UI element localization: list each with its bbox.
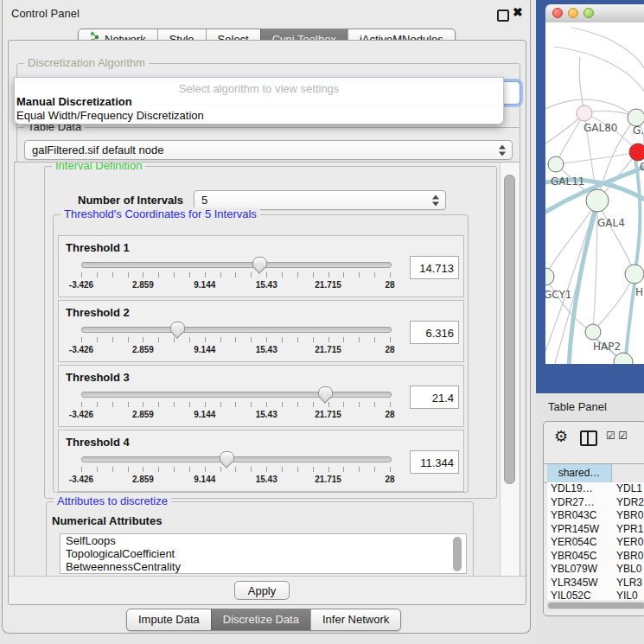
dropdown-option-equal-width[interactable]: Equal Width/Frequency Discretization <box>16 109 204 122</box>
number-of-intervals-label: Number of Intervals <box>78 194 183 207</box>
tab-impute-data[interactable]: Impute Data <box>127 609 211 630</box>
tab-infer-network[interactable]: Infer Network <box>310 609 400 630</box>
close-icon[interactable]: ✖ <box>513 5 523 19</box>
network-node-label: HAP2 <box>593 341 621 353</box>
column-header-name[interactable]: n <box>613 464 644 482</box>
tick-label: -3.426 <box>60 410 103 419</box>
table-row[interactable]: YBR045CYBR0 <box>547 550 644 564</box>
cell-shared-name[interactable]: YBR045C <box>547 550 616 564</box>
dropdown-option-manual[interactable]: Manual Discretization <box>16 95 132 108</box>
tick-label: 2.859 <box>121 475 164 484</box>
list-scrollbar-thumb[interactable] <box>453 537 462 571</box>
tab-discretize-data[interactable]: Discretize Data <box>211 609 310 630</box>
dropdown-prompt: Select algorithm to view settings <box>15 82 503 95</box>
cell-name[interactable]: YBL0 <box>616 563 641 577</box>
cell-name[interactable]: YBR0 <box>616 550 643 564</box>
cell-shared-name[interactable]: YBR043C <box>547 509 616 523</box>
table-row[interactable]: YPR145WYPR1 <box>547 523 644 537</box>
close-traffic-light-icon[interactable] <box>552 8 563 18</box>
slider-track[interactable] <box>81 327 392 333</box>
thresholds-group-title: Threshold's Coordinates for 5 Intervals <box>61 207 260 220</box>
table-row[interactable]: YER054CYER0 <box>547 536 644 550</box>
slider-track[interactable] <box>81 392 392 398</box>
network-view-frame[interactable]: GAL80G.CGAL11GAL4GCY1HHAP2 <box>536 0 644 393</box>
table-row[interactable]: YLR345WYLR3 <box>547 577 644 590</box>
network-node[interactable] <box>628 109 644 126</box>
threshold-value-box[interactable]: 6.316 <box>410 321 459 344</box>
network-node[interactable] <box>545 268 554 285</box>
network-node[interactable] <box>614 353 633 364</box>
cell-shared-name[interactable]: YIL052C <box>547 590 616 600</box>
attribute-list-item[interactable]: SelfLoops <box>61 534 466 547</box>
checkbox-checked-icon[interactable]: ☑ <box>606 430 615 442</box>
table-row[interactable]: YBL079WYBL0 <box>547 563 644 577</box>
network-node[interactable] <box>629 143 644 161</box>
slider-ticks <box>81 272 391 277</box>
cell-shared-name[interactable]: YER054C <box>547 536 616 550</box>
apply-button[interactable]: Apply <box>234 581 290 600</box>
threshold-row: Threshold 1 -3.4262.8599.14415.4321.7152… <box>58 235 464 297</box>
cell-shared-name[interactable]: YDR27… <box>547 496 616 510</box>
cell-name[interactable]: YDL1 <box>616 482 642 496</box>
threshold-label: Threshold 2 <box>66 306 130 319</box>
table-hscrollbar-thumb[interactable] <box>548 603 644 609</box>
table-row[interactable]: YIL052CYIL0 <box>547 590 644 600</box>
cell-name[interactable]: YER0 <box>616 536 643 550</box>
threshold-label: Threshold 3 <box>66 371 130 384</box>
zoom-traffic-light-icon[interactable] <box>583 8 594 18</box>
attribute-list-item[interactable]: TopologicalCoefficient <box>61 547 466 560</box>
table-data-combobox[interactable]: galFiltered.sif default node <box>24 140 513 160</box>
numerical-attributes-list[interactable]: SelfLoopsTopologicalCoefficientBetweenne… <box>60 533 467 574</box>
table-row[interactable]: YDR27…YDR2 <box>547 496 644 510</box>
threshold-row: Threshold 2 -3.4262.8599.14415.4321.7152… <box>58 300 464 362</box>
slider-track[interactable] <box>81 262 392 268</box>
threshold-value-box[interactable]: 21.4 <box>410 386 459 409</box>
column-split-icon[interactable] <box>580 430 597 446</box>
network-node[interactable] <box>625 265 644 284</box>
slider-thumb[interactable] <box>252 257 267 269</box>
table-horizontal-scrollbar[interactable] <box>547 602 644 609</box>
cell-shared-name[interactable]: YPR145W <box>547 523 616 537</box>
cell-name[interactable]: YLR3 <box>616 577 642 590</box>
cyni-toolbox-panel: Discretization Algorithm Select algorith… <box>8 40 526 605</box>
table-header-row: shared… n <box>544 463 644 483</box>
network-node[interactable] <box>586 189 609 212</box>
table-row[interactable]: YBR043CYBR0 <box>547 509 644 523</box>
column-header-shared-name[interactable]: shared… <box>547 464 612 482</box>
slider-thumb[interactable] <box>318 386 333 399</box>
tick-label: 9.144 <box>183 410 226 419</box>
tick-label: 9.144 <box>183 280 226 290</box>
minimize-traffic-light-icon[interactable] <box>568 8 578 18</box>
cell-shared-name[interactable]: YBL079W <box>547 563 616 577</box>
tick-label: 21.715 <box>307 280 350 290</box>
slider-thumb[interactable] <box>170 322 185 334</box>
network-canvas[interactable]: GAL80G.CGAL11GAL4GCY1HHAP2 <box>545 22 644 364</box>
tick-label: 2.859 <box>121 280 164 290</box>
settings-gear-icon[interactable]: ⚙ <box>554 427 568 446</box>
slider-thumb[interactable] <box>220 451 234 463</box>
attributes-group-title: Attributes to discretize <box>54 494 171 507</box>
cell-name[interactable]: YIL0 <box>616 590 638 600</box>
network-node[interactable] <box>585 324 601 340</box>
cell-name[interactable]: YPR1 <box>616 523 643 537</box>
attribute-list-item[interactable]: BetweennessCentrality <box>61 560 466 573</box>
cell-name[interactable]: YBR0 <box>616 509 643 523</box>
tick-label: 21.715 <box>307 345 350 354</box>
threshold-value-box[interactable]: 11.344 <box>410 450 459 474</box>
slider-track[interactable] <box>81 456 392 462</box>
checkbox-checked-icon[interactable]: ☑ <box>618 430 628 442</box>
panel-vertical-scrollbar[interactable] <box>500 163 520 577</box>
cell-shared-name[interactable]: YLR345W <box>547 577 616 590</box>
network-node[interactable] <box>548 156 564 172</box>
table-rows[interactable]: YDL19…YDL1YDR27…YDR2YBR043CYBR0YPR145WYP… <box>547 482 644 600</box>
table-panel-window: ⚙ ☑ ☑ shared… n YDL19…YDL1YDR27…YDR2YBR0… <box>543 421 644 616</box>
threshold-value-box[interactable]: 14.713 <box>410 256 459 279</box>
cell-name[interactable]: YDR2 <box>616 496 644 510</box>
tick-label: 2.859 <box>121 410 164 419</box>
table-row[interactable]: YDL19…YDL1 <box>547 482 644 496</box>
tick-label: 9.144 <box>183 345 226 354</box>
panel-scrollbar-thumb[interactable] <box>504 175 515 484</box>
network-node[interactable] <box>577 105 592 121</box>
float-window-icon[interactable] <box>497 10 509 22</box>
cell-shared-name[interactable]: YDL19… <box>547 482 616 496</box>
